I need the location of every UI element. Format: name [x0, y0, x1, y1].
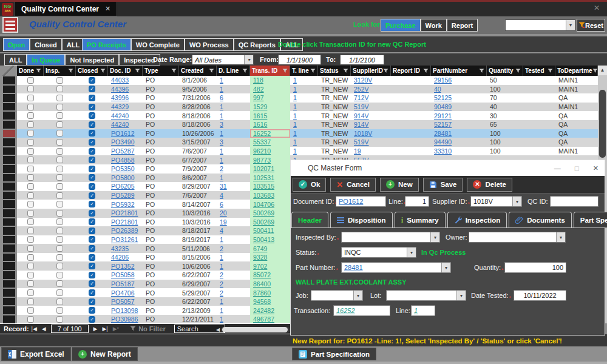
column-header-doc-id[interactable]: Doc. ID — [108, 66, 143, 76]
insp-checkbox[interactable] — [56, 95, 63, 101]
insp-checkbox[interactable] — [56, 139, 63, 146]
status-filter-all[interactable]: ALL — [62, 38, 84, 51]
insp-checkbox[interactable] — [56, 245, 63, 252]
dline-link[interactable]: 1 — [220, 103, 223, 110]
job-combobox[interactable]: ▾ — [311, 290, 363, 301]
transaction-line-link[interactable]: 1 — [414, 307, 418, 314]
last-record-button[interactable]: ▶| — [100, 326, 110, 332]
column-header-closed[interactable]: Closed — [76, 66, 108, 76]
doc-link[interactable]: 44206 — [111, 254, 129, 261]
queue-filter-not-inspected[interactable]: Not Inspected — [65, 54, 119, 66]
tline-link[interactable]: 1 — [293, 147, 297, 155]
doc-link[interactable]: PO26389 — [111, 227, 138, 234]
trans-id-link[interactable]: 102531 — [253, 174, 274, 181]
tline-link[interactable]: 1 — [293, 112, 297, 120]
closed-checkbox[interactable]: ✓ — [89, 148, 95, 155]
supplier-link[interactable]: 712V — [354, 94, 369, 101]
trans-id-link[interactable]: 94568 — [253, 298, 271, 305]
column-header-insp[interactable]: Insp. — [44, 66, 76, 76]
row-marker[interactable] — [0, 103, 17, 112]
lookfor-button-report[interactable]: Report — [447, 19, 478, 32]
doc-link[interactable]: PO30986 — [111, 315, 138, 323]
done-checkbox[interactable] — [27, 210, 34, 217]
dialog-maximize-icon[interactable]: ◻ — [574, 164, 580, 172]
closed-checkbox[interactable]: ✓ — [89, 95, 95, 101]
dline-link[interactable]: 19 — [220, 218, 227, 226]
tline-link[interactable]: 1 — [293, 103, 297, 110]
dialog-close-icon[interactable]: ✕ — [593, 164, 599, 172]
menu-hamburger-icon[interactable] — [2, 17, 18, 33]
queue-filter-all[interactable]: ALL — [4, 54, 27, 66]
column-header-d-line[interactable]: D. Line — [217, 66, 250, 76]
dline-link[interactable]: 2 — [220, 245, 223, 252]
new-button[interactable]: +New — [380, 178, 419, 192]
lookfor-button-purchase[interactable]: Purchase — [381, 19, 421, 32]
closed-checkbox[interactable]: ✓ — [89, 121, 95, 128]
table-row[interactable]: ✓44033PO8/1/200611181TR_NEW3120V2915650M… — [0, 76, 598, 85]
done-checkbox[interactable] — [27, 121, 34, 128]
done-checkbox[interactable] — [27, 218, 34, 225]
save-button[interactable]: Save — [423, 178, 463, 192]
column-header-partnumber[interactable]: PartNumber — [431, 66, 487, 76]
done-checkbox[interactable] — [27, 307, 34, 314]
dline-link[interactable]: 1 — [220, 263, 223, 270]
scroll-up-arrow-icon[interactable]: ▲ — [598, 66, 607, 75]
dline-link[interactable]: 1 — [220, 254, 223, 261]
supplier-link[interactable]: 519V — [354, 138, 369, 146]
transaction-input[interactable]: 16252 — [333, 305, 390, 316]
part-specification-button[interactable]: Part Specification — [292, 348, 376, 360]
new-record-button[interactable]: ▶* — [110, 326, 121, 332]
trans-id-link[interactable]: 9702 — [253, 263, 267, 270]
date-tested-input[interactable]: 10/11/2022 — [514, 290, 566, 301]
insp-checkbox[interactable] — [56, 289, 63, 296]
row-marker[interactable] — [0, 76, 17, 85]
row-marker[interactable] — [0, 111, 17, 120]
row-marker[interactable] — [0, 174, 17, 183]
dialog-minimize-icon[interactable]: — — [554, 164, 561, 172]
row-marker[interactable] — [0, 155, 17, 164]
new-report-button[interactable]: + New Report — [72, 347, 138, 361]
trans-id-link[interactable]: 103515 — [253, 183, 274, 190]
closed-checkbox[interactable]: ✓ — [89, 307, 95, 314]
supplier-link[interactable]: 19 — [354, 147, 361, 155]
row-marker[interactable] — [0, 253, 17, 262]
tline-link[interactable]: 1 — [293, 86, 297, 93]
horizontal-scrollbar-thumb[interactable] — [222, 327, 288, 332]
column-header-supplierid[interactable]: SupplierID — [351, 66, 391, 76]
row-marker[interactable] — [0, 120, 17, 129]
doc-link[interactable]: PO4706 — [111, 289, 135, 297]
dline-link[interactable]: 1 — [220, 236, 223, 243]
row-marker[interactable] — [0, 235, 17, 244]
doc-link[interactable]: PO5289 — [111, 192, 135, 199]
done-checkbox[interactable] — [27, 201, 34, 207]
dline-link[interactable]: 1 — [220, 298, 223, 305]
closed-checkbox[interactable]: ✓ — [89, 174, 95, 181]
lookfor-button-work[interactable]: Work — [421, 19, 447, 32]
scroll-left-arrow-icon[interactable]: ◀ — [216, 327, 220, 332]
dline-link[interactable]: 1 — [220, 174, 223, 181]
date-range-combobox[interactable]: All Dates ▾ — [192, 55, 254, 65]
row-marker[interactable] — [0, 261, 17, 271]
column-header-todepartme[interactable]: ToDepartme — [555, 66, 598, 76]
insp-checkbox[interactable] — [56, 192, 63, 199]
insp-checkbox[interactable] — [56, 157, 63, 163]
part-number-link[interactable]: 28481 — [342, 264, 363, 271]
tline-link[interactable]: 1 — [293, 76, 297, 84]
doc-link[interactable]: 44033 — [111, 76, 129, 84]
trans-id-link[interactable]: 496787 — [253, 315, 274, 323]
insp-checkbox[interactable] — [56, 228, 63, 234]
column-header-created[interactable]: Created — [179, 66, 217, 76]
dline-link[interactable]: 1 — [220, 112, 223, 120]
ok-button[interactable]: ✓Ok — [293, 178, 326, 192]
closed-checkbox[interactable]: ✓ — [89, 166, 95, 172]
table-row[interactable]: ✓PO3490PO3/15/20073553371TR_NEW519V94490… — [0, 138, 598, 147]
trans-id-link[interactable]: 55337 — [253, 138, 271, 146]
look-for-combobox[interactable]: ▾ — [505, 19, 575, 31]
trans-id-link[interactable]: 500411 — [253, 227, 274, 234]
doc-link[interactable]: 43235 — [111, 245, 129, 252]
type-filter-qc-reports[interactable]: QC Reports — [234, 38, 280, 51]
closed-checkbox[interactable]: ✓ — [89, 236, 95, 243]
done-checkbox[interactable] — [27, 86, 34, 92]
doc-link[interactable]: PO5800 — [111, 174, 135, 181]
supplier-link[interactable]: 3120V — [354, 76, 372, 84]
